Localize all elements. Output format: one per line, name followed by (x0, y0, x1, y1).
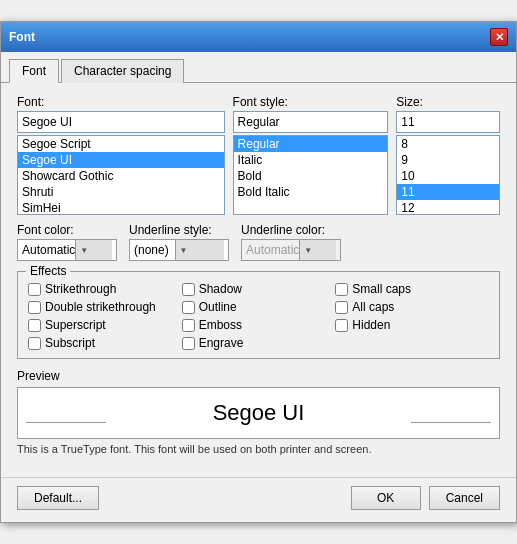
effect-checkbox-strikethrough[interactable] (28, 283, 41, 296)
size-list-wrapper: 89101112 (396, 135, 500, 215)
font-input[interactable] (17, 111, 225, 133)
font-list-item[interactable]: Segoe UI (18, 152, 224, 168)
font-list[interactable]: Segoe ScriptSegoe UIShowcard GothicShrut… (17, 135, 225, 215)
effect-label-hidden: Hidden (352, 318, 390, 332)
style-label: Font style: (233, 95, 389, 109)
effect-checkbox-engrave[interactable] (182, 337, 195, 350)
font-list-item[interactable]: Showcard Gothic (18, 168, 224, 184)
cancel-button[interactable]: Cancel (429, 486, 500, 510)
preview-box: Segoe UI (17, 387, 500, 439)
underline-color-arrow-icon: ▼ (299, 240, 336, 260)
style-list-item[interactable]: Regular (234, 136, 388, 152)
font-style-size-row: Font: Segoe ScriptSegoe UIShowcard Gothi… (17, 95, 500, 215)
size-list-item[interactable]: 10 (397, 168, 499, 184)
size-list-item[interactable]: 11 (397, 184, 499, 200)
preview-label: Preview (17, 369, 500, 383)
style-list-wrapper: RegularItalicBoldBold Italic (233, 135, 389, 215)
underline-style-value: (none) (134, 243, 175, 257)
effects-legend: Effects (26, 264, 70, 278)
underline-style-dropdown[interactable]: (none) ▼ (129, 239, 229, 261)
underline-color-group: Underline color: Automatic ▼ (241, 223, 341, 261)
style-list-item[interactable]: Bold Italic (234, 184, 388, 200)
font-info-text: This is a TrueType font. This font will … (17, 443, 500, 455)
underline-style-group: Underline style: (none) ▼ (129, 223, 229, 261)
effect-label-small_caps: Small caps (352, 282, 411, 296)
font-list-item[interactable]: Shruti (18, 184, 224, 200)
effect-label-emboss: Emboss (199, 318, 242, 332)
effect-item-subscript: Subscript (28, 336, 182, 350)
effect-checkbox-hidden[interactable] (335, 319, 348, 332)
style-list-item[interactable]: Italic (234, 152, 388, 168)
effect-checkbox-emboss[interactable] (182, 319, 195, 332)
underline-color-value: Automatic (246, 243, 299, 257)
font-list-item[interactable]: SimHei (18, 200, 224, 215)
effect-label-shadow: Shadow (199, 282, 242, 296)
preview-text: Segoe UI (213, 400, 305, 426)
font-field-group: Font: Segoe ScriptSegoe UIShowcard Gothi… (17, 95, 225, 215)
font-list-wrapper: Segoe ScriptSegoe UIShowcard GothicShrut… (17, 135, 225, 215)
style-list[interactable]: RegularItalicBoldBold Italic (233, 135, 389, 215)
font-color-value: Automatic (22, 243, 75, 257)
underline-color-label: Underline color: (241, 223, 341, 237)
effect-checkbox-small_caps[interactable] (335, 283, 348, 296)
effect-item-shadow: Shadow (182, 282, 336, 296)
effect-item-small_caps: Small caps (335, 282, 489, 296)
font-color-arrow-icon: ▼ (75, 240, 112, 260)
font-label: Font: (17, 95, 225, 109)
size-list-item[interactable]: 9 (397, 152, 499, 168)
effect-item-superscript: Superscript (28, 318, 182, 332)
effect-label-superscript: Superscript (45, 318, 106, 332)
effect-checkbox-shadow[interactable] (182, 283, 195, 296)
size-list-item[interactable]: 12 (397, 200, 499, 215)
effect-item-engrave: Engrave (182, 336, 336, 350)
ok-button[interactable]: OK (351, 486, 421, 510)
effect-label-outline: Outline (199, 300, 237, 314)
effect-label-subscript: Subscript (45, 336, 95, 350)
effect-item-double_strikethrough: Double strikethrough (28, 300, 182, 314)
effect-item-strikethrough: Strikethrough (28, 282, 182, 296)
effect-item-hidden: Hidden (335, 318, 489, 332)
underline-style-label: Underline style: (129, 223, 229, 237)
size-field-group: Size: 89101112 (396, 95, 500, 215)
font-dialog: Font ✕ Font Character spacing Font: Sego… (0, 21, 517, 523)
close-button[interactable]: ✕ (490, 28, 508, 46)
effect-label-double_strikethrough: Double strikethrough (45, 300, 156, 314)
font-color-group: Font color: Automatic ▼ (17, 223, 117, 261)
tab-bar: Font Character spacing (1, 52, 516, 83)
dialog-title: Font (9, 30, 35, 44)
ok-cancel-group: OK Cancel (351, 486, 500, 510)
underline-style-arrow-icon: ▼ (175, 240, 225, 260)
size-label: Size: (396, 95, 500, 109)
font-color-label: Font color: (17, 223, 117, 237)
tab-font[interactable]: Font (9, 59, 59, 83)
effect-checkbox-subscript[interactable] (28, 337, 41, 350)
style-list-item[interactable]: Bold (234, 168, 388, 184)
style-field-group: Font style: RegularItalicBoldBold Italic (233, 95, 389, 215)
title-bar: Font ✕ (1, 22, 516, 52)
effect-checkbox-double_strikethrough[interactable] (28, 301, 41, 314)
effect-label-strikethrough: Strikethrough (45, 282, 116, 296)
effects-grid: StrikethroughShadowSmall capsDouble stri… (28, 282, 489, 350)
size-list[interactable]: 89101112 (396, 135, 500, 215)
default-button[interactable]: Default... (17, 486, 99, 510)
effect-checkbox-superscript[interactable] (28, 319, 41, 332)
underline-color-dropdown[interactable]: Automatic ▼ (241, 239, 341, 261)
dialog-footer: Default... OK Cancel (1, 477, 516, 522)
effects-section: Effects StrikethroughShadowSmall capsDou… (17, 271, 500, 359)
dialog-body: Font: Segoe ScriptSegoe UIShowcard Gothi… (1, 83, 516, 477)
style-input[interactable] (233, 111, 389, 133)
effect-label-all_caps: All caps (352, 300, 394, 314)
size-list-item[interactable]: 8 (397, 136, 499, 152)
effect-item-emboss: Emboss (182, 318, 336, 332)
effect-item-all_caps: All caps (335, 300, 489, 314)
tab-character-spacing[interactable]: Character spacing (61, 59, 184, 83)
font-list-item[interactable]: Segoe Script (18, 136, 224, 152)
size-input[interactable] (396, 111, 500, 133)
preview-section: Preview Segoe UI This is a TrueType font… (17, 369, 500, 455)
effect-checkbox-outline[interactable] (182, 301, 195, 314)
effect-label-engrave: Engrave (199, 336, 244, 350)
controls-row: Font color: Automatic ▼ Underline style:… (17, 223, 500, 261)
effect-checkbox-all_caps[interactable] (335, 301, 348, 314)
font-color-dropdown[interactable]: Automatic ▼ (17, 239, 117, 261)
effect-item-outline: Outline (182, 300, 336, 314)
